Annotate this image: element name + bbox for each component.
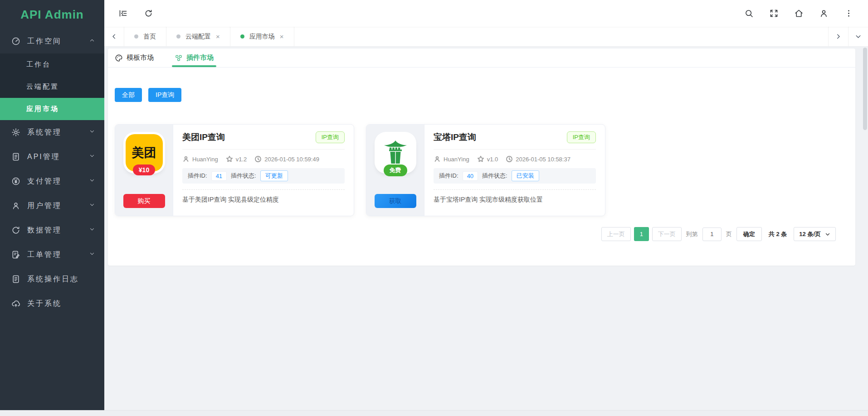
chevron-down-icon xyxy=(825,232,830,237)
page-tab-home[interactable]: 首页 xyxy=(124,27,166,46)
updated-text: 2026-01-05 10:59:49 xyxy=(264,156,319,163)
plugin-status-label: 插件状态: xyxy=(231,172,256,180)
updated-text: 2026-01-05 10:58:37 xyxy=(516,156,571,163)
sidebar-item-system-management[interactable]: 系统管理 xyxy=(0,120,104,145)
plugin-meta-row: HuanYing v1.2 2026-01-05 10:59:49 xyxy=(182,155,345,163)
goto-confirm-button[interactable]: 确定 xyxy=(736,227,762,241)
tabs-scroll-right-button[interactable] xyxy=(828,27,848,46)
tab-label: 应用市场 xyxy=(249,33,275,41)
plugin-card-baota: 免费 获取 宝塔IP查询 IP查询 xyxy=(366,124,605,216)
sidebar-item-system-log[interactable]: 系统操作日志 xyxy=(0,267,104,291)
plugin-id-value: 41 xyxy=(211,171,227,181)
data-sync-icon xyxy=(11,226,20,235)
card-body: 宝塔IP查询 IP查询 HuanYing xyxy=(424,125,605,216)
total-count-label: 共 2 条 xyxy=(769,230,787,238)
author-name: HuanYing xyxy=(444,156,469,163)
sidebar-item-api-management[interactable]: API管理 xyxy=(0,145,104,169)
topbar xyxy=(104,0,868,27)
tabs-scroll-left-button[interactable] xyxy=(104,27,124,46)
plugin-id-label: 插件ID: xyxy=(439,172,458,180)
sidebar-item-workbench[interactable]: 工作台 xyxy=(0,53,104,76)
plugin-id-value: 40 xyxy=(463,171,478,181)
sidebar-item-label: 系统管理 xyxy=(27,128,62,137)
buy-button[interactable]: 购买 xyxy=(123,194,165,208)
author-item: HuanYing xyxy=(434,155,469,163)
fullscreen-icon[interactable] xyxy=(769,9,779,19)
sidebar-item-ticket-management[interactable]: 工单管理 xyxy=(0,242,104,267)
updated-item: 2026-01-05 10:58:37 xyxy=(506,155,571,163)
price-badge: ¥10 xyxy=(133,164,155,175)
plugin-status-value[interactable]: 可更新 xyxy=(260,170,288,181)
user-icon[interactable] xyxy=(819,9,829,19)
chevron-down-icon xyxy=(89,153,95,161)
app-logo: API Admin xyxy=(0,0,104,29)
person-icon xyxy=(434,155,441,163)
tab-label: 云端配置 xyxy=(185,33,211,41)
prev-page-button[interactable]: 上一页 xyxy=(601,227,631,241)
tab-dot xyxy=(240,34,244,39)
search-icon[interactable] xyxy=(744,9,754,19)
sidebar-item-cloud-config[interactable]: 云端配置 xyxy=(0,76,104,98)
plugin-meta-row: HuanYing v1.0 2026-01-05 10:58:37 xyxy=(434,155,596,163)
goto-prefix-label: 到第 xyxy=(686,230,698,238)
plugin-card-list: 美团 ¥10 购买 美团IP查询 IP查询 xyxy=(115,124,855,216)
sidebar-item-label: API管理 xyxy=(27,152,60,162)
dashboard-icon xyxy=(11,37,20,46)
get-button[interactable]: 获取 xyxy=(375,194,416,208)
page-size-select[interactable]: 12 条/页 xyxy=(794,227,836,241)
sidebar-item-user-management[interactable]: 用户管理 xyxy=(0,193,104,218)
sidebar-item-data-management[interactable]: 数据管理 xyxy=(0,218,104,242)
chevron-down-icon xyxy=(89,177,95,185)
plugin-description: 基于美团IP查询 实现县级定位精度 xyxy=(182,196,345,204)
sidebar-item-app-market[interactable]: 应用市场 xyxy=(0,98,104,120)
page-tab-app-market[interactable]: 应用市场 × xyxy=(230,27,294,46)
chevron-down-icon xyxy=(89,128,95,136)
plugin-info-row: 插件ID: 41 插件状态: 可更新 xyxy=(182,168,345,184)
dashed-divider xyxy=(434,189,596,190)
home-icon[interactable] xyxy=(794,9,804,19)
refresh-icon[interactable] xyxy=(143,9,153,19)
page-number-button[interactable]: 1 xyxy=(634,227,649,241)
sidebar-item-payment-management[interactable]: 支付管理 xyxy=(0,169,104,193)
collapse-sidebar-icon[interactable] xyxy=(118,9,128,19)
filter-ip-query-button[interactable]: IP查询 xyxy=(148,88,181,102)
more-icon[interactable] xyxy=(844,9,853,19)
chevron-up-icon xyxy=(89,37,95,45)
clock-icon xyxy=(506,155,513,163)
close-icon[interactable]: × xyxy=(280,33,284,40)
tabbar-spacer xyxy=(294,27,828,46)
market-panel: 模板市场 插件市场 全部 IP查询 xyxy=(108,48,855,266)
plugin-card-meituan: 美团 ¥10 购买 美团IP查询 IP查询 xyxy=(115,124,354,216)
chevron-down-icon xyxy=(89,202,95,210)
category-filters: 全部 IP查询 xyxy=(115,88,855,102)
yen-circle-icon xyxy=(11,177,20,186)
version-item: v1.2 xyxy=(226,155,247,163)
submenu-label: 云端配置 xyxy=(26,82,59,91)
sidebar-item-about-system[interactable]: 关于系统 xyxy=(0,291,104,316)
filter-all-button[interactable]: 全部 xyxy=(115,88,142,102)
tab-template-market[interactable]: 模板市场 xyxy=(115,48,154,67)
tab-label: 插件市场 xyxy=(186,53,214,62)
star-icon xyxy=(226,155,233,163)
plugin-title: 美团IP查询 xyxy=(182,131,225,143)
next-page-button[interactable]: 下一页 xyxy=(652,227,682,241)
tab-plugin-market[interactable]: 插件市场 xyxy=(175,48,214,67)
close-icon[interactable]: × xyxy=(216,33,220,40)
vertical-scrollbar[interactable] xyxy=(863,48,867,130)
sidebar-item-workspace[interactable]: 工作空间 xyxy=(0,29,104,53)
plugin-title: 宝塔IP查询 xyxy=(434,131,476,143)
palette-icon xyxy=(115,54,123,62)
log-icon xyxy=(11,275,20,284)
page-tab-cloud-config[interactable]: 云端配置 × xyxy=(166,27,230,46)
page-size-value: 12 条/页 xyxy=(799,230,821,238)
chevron-down-icon xyxy=(89,251,95,259)
goto-page-input[interactable] xyxy=(702,227,722,241)
plugin-status-value[interactable]: 已安装 xyxy=(512,170,539,181)
author-item: HuanYing xyxy=(182,155,218,163)
meituan-logo-text: 美团 xyxy=(132,145,156,161)
person-icon xyxy=(182,155,190,163)
horizontal-scrollbar[interactable] xyxy=(0,410,868,416)
category-tag: IP查询 xyxy=(316,131,345,143)
tabs-menu-button[interactable] xyxy=(848,27,868,46)
star-icon xyxy=(477,155,484,163)
